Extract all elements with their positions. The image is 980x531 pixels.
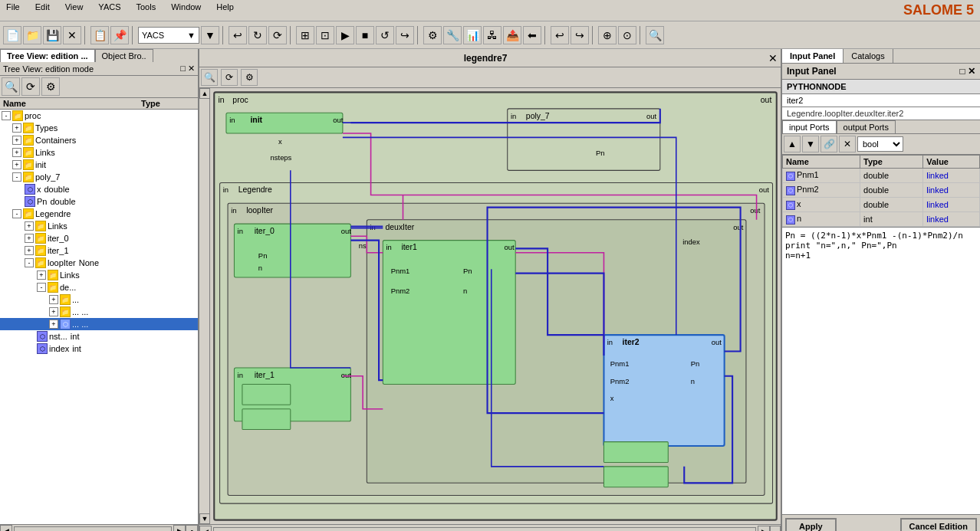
- tab-tree-view[interactable]: Tree View: edition ...: [0, 49, 95, 62]
- center-scrollbar-h[interactable]: [213, 527, 756, 532]
- port-type-select[interactable]: bool int double string: [857, 136, 903, 152]
- tree-search-btn[interactable]: 🔍: [2, 77, 20, 96]
- tree-item-dot2[interactable]: + 📁 ... ...: [0, 306, 198, 318]
- tree-item-legendre-links[interactable]: + 📁 Links: [0, 220, 198, 232]
- tb-btn-8[interactable]: ↺: [376, 26, 394, 44]
- tb-btn-2[interactable]: ↻: [248, 26, 267, 44]
- tab-input-ports[interactable]: input Ports: [782, 120, 837, 133]
- tb-btn-5[interactable]: ⊡: [316, 26, 334, 44]
- expander-dot1[interactable]: +: [49, 295, 58, 304]
- tb-btn-14[interactable]: 📤: [503, 26, 521, 44]
- tree-item-x[interactable]: ⬡ x double: [0, 183, 198, 195]
- menu-view[interactable]: View: [62, 2, 87, 19]
- expander-legendre[interactable]: -: [12, 209, 21, 218]
- tab-output-ports[interactable]: output Ports: [837, 120, 896, 133]
- menu-yacs[interactable]: YACS: [95, 2, 123, 19]
- tree-item-proc[interactable]: - 📁 proc: [0, 110, 198, 122]
- tree-item-legendre[interactable]: - 📁 Legendre: [0, 208, 198, 220]
- tb-btn-7[interactable]: ■: [356, 26, 374, 44]
- settings-btn[interactable]: ⚙: [241, 69, 258, 86]
- open-button[interactable]: 📁: [23, 26, 41, 44]
- tree-item-de[interactable]: - 📁 de...: [0, 281, 198, 293]
- port-down-btn[interactable]: ▼: [802, 136, 819, 152]
- tree-item-nst[interactable]: ⬡ nst... int: [0, 330, 198, 343]
- combo-arrow[interactable]: ▼: [201, 26, 219, 44]
- diag-vscroll-track[interactable]: [199, 99, 209, 513]
- menu-window[interactable]: Window: [168, 2, 204, 19]
- tb-btn-11[interactable]: 🔧: [443, 26, 462, 44]
- tree-item-containers[interactable]: + 📁 Containers: [0, 134, 198, 146]
- tb-btn-12[interactable]: 📊: [463, 26, 482, 44]
- expander-containers[interactable]: +: [12, 136, 21, 145]
- expander-iter1[interactable]: +: [25, 246, 34, 255]
- close-button[interactable]: ✕: [63, 26, 81, 44]
- expander-iter0[interactable]: +: [25, 234, 34, 243]
- diag-scroll-down[interactable]: ▼: [199, 513, 210, 524]
- tree-item-pn[interactable]: ⬡ Pn double: [0, 195, 198, 208]
- table-row[interactable]: ⬡Pnm1doublelinked: [783, 169, 980, 183]
- scroll-right[interactable]: ▶: [173, 525, 186, 531]
- tree-item-dot1[interactable]: + 📁 ...: [0, 293, 198, 306]
- port-up-btn[interactable]: ▲: [784, 136, 801, 152]
- expander-loopiter[interactable]: -: [25, 258, 34, 267]
- expander-poly7[interactable]: -: [12, 172, 21, 182]
- tree-item-links[interactable]: + 📁 Links: [0, 146, 198, 159]
- menu-edit[interactable]: Edit: [32, 2, 53, 19]
- save-button[interactable]: 💾: [43, 26, 61, 44]
- expander-legendre-links[interactable]: +: [25, 221, 34, 231]
- center-scroll-left[interactable]: ◀: [199, 526, 212, 532]
- copy-button[interactable]: 📋: [90, 26, 109, 44]
- tb-btn-15[interactable]: ⬅: [523, 26, 541, 44]
- expander-proc[interactable]: -: [2, 111, 11, 120]
- tb-btn-4[interactable]: ⊞: [296, 26, 314, 44]
- expander-init[interactable]: +: [12, 160, 21, 169]
- tb-btn-10[interactable]: ⚙: [423, 26, 442, 44]
- tb-btn-9[interactable]: ↪: [396, 26, 414, 44]
- code-editor[interactable]: Pn = ((2*n-1)*x*Pnm1 -(n-1)*Pnm2)/n prin…: [782, 227, 980, 514]
- apply-button[interactable]: Apply: [785, 518, 837, 531]
- table-row[interactable]: ⬡nintlinked: [783, 212, 980, 227]
- cancel-edition-button[interactable]: Cancel Edition: [900, 518, 977, 531]
- tree-item-init[interactable]: + 📁 init: [0, 159, 198, 171]
- tree-item-loopiter-links[interactable]: + 📁 Links: [0, 269, 198, 281]
- tree-item-dot3[interactable]: + ⬡ ... ...: [0, 318, 198, 330]
- scroll-left[interactable]: ◀: [0, 525, 12, 531]
- tb-btn-3[interactable]: ⟳: [268, 26, 287, 44]
- tab-input-panel[interactable]: Input Panel: [782, 49, 844, 63]
- tb-btn-17[interactable]: ↪: [571, 26, 589, 44]
- tree-btn-3[interactable]: ⚙: [41, 77, 60, 96]
- new-button[interactable]: 📄: [3, 26, 21, 44]
- module-combo[interactable]: YACS ▼: [138, 27, 199, 44]
- expander-types[interactable]: +: [12, 123, 21, 133]
- menu-file[interactable]: File: [3, 2, 23, 19]
- expander-loopiter-links[interactable]: +: [37, 270, 46, 280]
- tab-catalogs[interactable]: Catalogs: [844, 49, 893, 63]
- tree-item-iter1[interactable]: + 📁 iter_1: [0, 244, 198, 257]
- tree-item-poly7[interactable]: - 📁 poly_7: [0, 171, 198, 183]
- tree-item-loopiter[interactable]: - 📁 loopIter None: [0, 257, 198, 269]
- tb-btn-1[interactable]: ↩: [229, 26, 247, 44]
- center-scroll-right[interactable]: ▶: [758, 526, 770, 532]
- tb-btn-6[interactable]: ▶: [336, 26, 354, 44]
- tree-btn-2[interactable]: ⟳: [21, 77, 40, 96]
- zoom-button[interactable]: 🔍: [646, 26, 664, 44]
- tb-btn-13[interactable]: 🖧: [483, 26, 502, 44]
- port-link-btn[interactable]: 🔗: [821, 136, 837, 152]
- tb-btn-16[interactable]: ↩: [551, 26, 569, 44]
- refresh-btn[interactable]: ⟳: [221, 69, 238, 86]
- diag-scroll-up[interactable]: ▲: [199, 88, 210, 99]
- paste-button[interactable]: 📌: [110, 26, 129, 44]
- table-row[interactable]: ⬡xdoublelinked: [783, 198, 980, 212]
- tree-item-types[interactable]: + 📁 Types: [0, 122, 198, 134]
- expander-de[interactable]: -: [37, 283, 46, 292]
- expander-dot2[interactable]: +: [49, 307, 58, 316]
- tree-item-iter0[interactable]: + 📁 iter_0: [0, 232, 198, 244]
- menu-help[interactable]: Help: [213, 2, 237, 19]
- menu-tools[interactable]: Tools: [133, 2, 159, 19]
- tb-btn-18[interactable]: ⊕: [598, 26, 617, 44]
- zoom-in-btn[interactable]: 🔍: [201, 69, 218, 86]
- expander-links[interactable]: +: [12, 148, 21, 157]
- tb-btn-19[interactable]: ⊙: [618, 26, 636, 44]
- tab-object-browser[interactable]: Object Bro..: [95, 49, 153, 62]
- expander-dot3[interactable]: +: [49, 320, 58, 329]
